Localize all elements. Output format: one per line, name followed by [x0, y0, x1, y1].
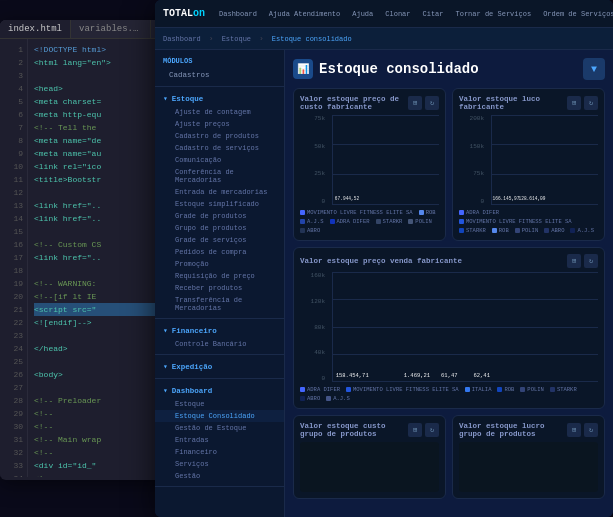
nav-citar[interactable]: Citar [419, 8, 448, 20]
chart2-title: Valor estoque luco fabricante [459, 95, 567, 111]
legend3-abro: ABRO [300, 395, 320, 402]
chart5-title: Valor estoque lucro grupo de produtos [459, 422, 567, 438]
sidebar-comunicacao[interactable]: Comunicação [155, 154, 284, 166]
chart3-title: Valor estoque preço venda fabricante [300, 257, 462, 265]
chart3-refresh[interactable]: ↻ [584, 254, 598, 268]
sidebar-modulos-section: MÓDULOS Cadastros [155, 50, 284, 87]
breadcrumb-estoque[interactable]: Estoque [222, 35, 251, 43]
chart4-refresh[interactable]: ↻ [425, 423, 439, 437]
sidebar-cadastro-produtos[interactable]: Cadastro de produtos [155, 130, 284, 142]
page-title: 📊 Estoque consolidado [293, 59, 479, 79]
chart3-expand[interactable]: ⊞ [567, 254, 581, 268]
sidebar-dash-entradas[interactable]: Entradas [155, 434, 284, 446]
chart2-bars: 200k150k75k0 166.145,97 [459, 115, 598, 205]
legend2-ajs: A.J.S [570, 227, 594, 234]
legend3-starkr: STARKR [550, 386, 577, 393]
chart1-bars: 75k50k25k0 67.944,52 [300, 115, 439, 205]
sidebar-entrada-mercadorias[interactable]: Entrada de mercadorias [155, 186, 284, 198]
sidebar-expedicao-section: Expedição [155, 355, 284, 379]
sidebar-dash-gestao[interactable]: Gestão [155, 470, 284, 482]
nav-tornar[interactable]: Tornar de Serviços [452, 8, 536, 20]
breadcrumb-nav: Dashboard › Estoque › Estoque consolidad… [155, 28, 613, 50]
sidebar-grade-servicos[interactable]: Grade de serviços [155, 234, 284, 246]
legend3-polin: POLIN [520, 386, 544, 393]
sidebar-dash-financeiro[interactable]: Financeiro [155, 446, 284, 458]
breadcrumb-dashboard[interactable]: Dashboard [163, 35, 201, 43]
app-logo: TOTALon [163, 8, 205, 19]
chart2-header: Valor estoque luco fabricante ⊞ ↻ [459, 95, 598, 111]
chart5-header: Valor estoque lucro grupo de produtos ⊞ … [459, 422, 598, 438]
chart3-legend: ADRA DIFER MOVIMENTO LIVRE FITNESS ELITE… [300, 386, 598, 402]
legend3-adra: ADRA DIFER [300, 386, 340, 393]
nav-clonar[interactable]: Clonar [381, 8, 414, 20]
chart3-yaxis: 160k120k80k40k0 [300, 272, 328, 382]
nav-dashboard[interactable]: Dashboard [215, 8, 261, 20]
chart5-refresh[interactable]: ↻ [584, 423, 598, 437]
dashboard-window: TOTALon Dashboard Ajuda Atendimento Ajud… [155, 0, 613, 517]
sidebar-dash-estoque-consolidado[interactable]: Estoque Consolidado [155, 410, 284, 422]
chart-lucro-grupo: Valor estoque lucro grupo de produtos ⊞ … [452, 415, 605, 499]
chart5-controls: ⊞ ↻ [567, 423, 598, 437]
sidebar-grupo-produtos[interactable]: Grupo de produtos [155, 222, 284, 234]
chart-preco-venda: Valor estoque preço venda fabricante ⊞ ↻… [293, 247, 605, 409]
tab-index-html[interactable]: index.html [0, 20, 71, 38]
sidebar-expedicao-header[interactable]: Expedição [155, 359, 284, 374]
chart5-expand[interactable]: ⊞ [567, 423, 581, 437]
sidebar-ajuste-contagem[interactable]: Ajuste de contagem [155, 106, 284, 118]
chart4-header: Valor estoque custo grupo de produtos ⊞ … [300, 422, 439, 438]
nav-ajuda-atend[interactable]: Ajuda Atendimento [265, 8, 344, 20]
chart1-controls: ⊞ ↻ [408, 96, 439, 110]
breadcrumb-estoque-consolidado[interactable]: Estoque consolidado [272, 35, 352, 43]
sidebar-promocao[interactable]: Promoção [155, 258, 284, 270]
nav-ajuda[interactable]: Ajuda [348, 8, 377, 20]
page-title-icon: 📊 [293, 59, 313, 79]
sidebar-modulos-title: MÓDULOS [155, 54, 284, 68]
sidebar-dash-estoque[interactable]: Estoque [155, 398, 284, 410]
tab-variables-scss[interactable]: variables.scss [71, 20, 151, 38]
sidebar-requisicao-preco[interactable]: Requisição de preço [155, 270, 284, 282]
sidebar-receber-produtos[interactable]: Receber produtos [155, 282, 284, 294]
legend1-stark: STARKR [376, 218, 403, 225]
chart2-controls: ⊞ ↻ [567, 96, 598, 110]
sidebar-dash-servicos[interactable]: Serviços [155, 458, 284, 470]
sidebar-pedidos-compra[interactable]: Pedidos de compra [155, 246, 284, 258]
chart1-yaxis: 75k50k25k0 [300, 115, 328, 205]
nav-items: Dashboard Ajuda Atendimento Ajuda Clonar… [215, 8, 613, 20]
sidebar-controle-bancario[interactable]: Controle Bancário [155, 338, 284, 350]
sidebar-estoque-section: Estoque Ajuste de contagem Ajuste preços… [155, 87, 284, 319]
chart1-refresh[interactable]: ↻ [425, 96, 439, 110]
sidebar-estoque-simplificado[interactable]: Estoque simplificado [155, 198, 284, 210]
chart1-expand[interactable]: ⊞ [408, 96, 422, 110]
chart2-refresh[interactable]: ↻ [584, 96, 598, 110]
chart1-header: Valor estoque preço de custo fabricante … [300, 95, 439, 111]
chart2-yaxis: 200k150k75k0 [459, 115, 487, 205]
line-numbers: 1234567891011121314151617181920212223242… [0, 39, 28, 477]
chart-custo-fabricante: Valor estoque preço de custo fabricante … [293, 88, 446, 241]
nav-ordem[interactable]: Ordem de Serviços [539, 8, 613, 20]
legend1-prun: POLIN [408, 218, 432, 225]
legend1-ajs: A.J.S [300, 218, 324, 225]
sidebar-financeiro-header[interactable]: Financeiro [155, 323, 284, 338]
sidebar-estoque-header[interactable]: Estoque [155, 91, 284, 106]
sidebar-ajuste-precos[interactable]: Ajuste preços [155, 118, 284, 130]
chart3-header: Valor estoque preço venda fabricante ⊞ ↻ [300, 254, 598, 268]
sidebar-dashboard-header[interactable]: Dashboard [155, 383, 284, 398]
legend2-adra: ADRA DIFER [459, 209, 499, 216]
chart4-expand[interactable]: ⊞ [408, 423, 422, 437]
content-area: 📊 Estoque consolidado ▼ Valor estoque pr… [285, 50, 613, 517]
chart4-placeholder [300, 442, 439, 492]
filter-button[interactable]: ▼ [583, 58, 605, 80]
sidebar-dash-gestao-estoque[interactable]: Gestão de Estoque [155, 422, 284, 434]
chart-luco-fabricante: Valor estoque luco fabricante ⊞ ↻ 200k15… [452, 88, 605, 241]
chart2-expand[interactable]: ⊞ [567, 96, 581, 110]
legend2-polin: POLIN [515, 227, 539, 234]
chart1-legend: MOVIMENTO LIVRE FITNESS ELITE SA ROB A.J… [300, 209, 439, 234]
sidebar-grade-produtos[interactable]: Grade de produtos [155, 210, 284, 222]
chart3-bars: 160k120k80k40k0 158.454,71 [300, 272, 598, 382]
sidebar-conferencia[interactable]: Conferência de Mercadorias [155, 166, 284, 186]
chart4-title: Valor estoque custo grupo de produtos [300, 422, 408, 438]
sidebar-dashboard-section: Dashboard Estoque Estoque Consolidado Ge… [155, 379, 284, 487]
sidebar-transferencia[interactable]: Transferência de Mercadorias [155, 294, 284, 314]
sidebar-cadastro-servicos[interactable]: Cadastro de serviços [155, 142, 284, 154]
sidebar-cadastros[interactable]: Cadastros [155, 68, 284, 82]
